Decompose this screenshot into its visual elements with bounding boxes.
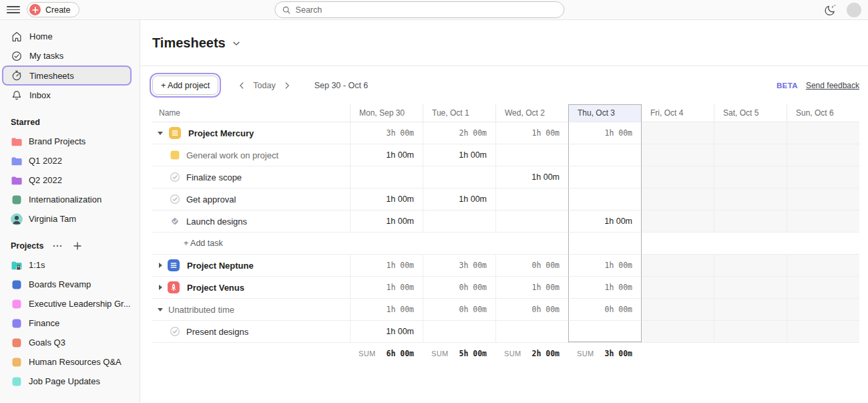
sidebar-item-boards-revamp[interactable]: Boards Revamp xyxy=(0,275,140,294)
add-project-plus-icon[interactable] xyxy=(71,241,83,251)
collapse-chevron-icon[interactable] xyxy=(158,308,163,311)
time-cell[interactable] xyxy=(641,122,714,144)
time-cell[interactable] xyxy=(641,166,714,188)
time-cell[interactable]: 2h 00m xyxy=(423,122,495,144)
expand-chevron-icon[interactable] xyxy=(159,263,162,268)
do-not-disturb-moon-icon[interactable]: z z xyxy=(824,3,837,17)
time-cell[interactable] xyxy=(714,255,787,277)
check-circle-icon[interactable] xyxy=(170,326,180,337)
search-input[interactable] xyxy=(296,5,558,15)
user-avatar[interactable] xyxy=(847,3,861,17)
sidebar-item-q1-2022[interactable]: Q1 2022 xyxy=(0,151,140,170)
time-cell[interactable] xyxy=(787,277,859,299)
time-cell[interactable] xyxy=(787,321,859,343)
time-cell[interactable] xyxy=(787,255,859,277)
time-cell[interactable] xyxy=(714,211,787,233)
time-cell[interactable] xyxy=(641,211,714,233)
time-cell[interactable] xyxy=(423,166,495,188)
sidebar-item-goals-q3[interactable]: Goals Q3 xyxy=(0,333,140,352)
sidebar-item-executive-leadership[interactable]: Executive Leadership Gr... xyxy=(0,294,140,313)
collapse-chevron-icon[interactable] xyxy=(158,132,163,135)
check-circle-icon[interactable] xyxy=(170,172,180,182)
time-cell[interactable] xyxy=(787,144,859,166)
time-cell[interactable] xyxy=(641,277,714,299)
time-cell[interactable] xyxy=(787,166,859,188)
time-cell[interactable]: 1h 00m xyxy=(568,277,641,299)
time-cell[interactable] xyxy=(423,321,495,343)
row-name-cell[interactable]: Get approval xyxy=(152,188,350,211)
sidebar-item-job-page-updates[interactable]: Job Page Updates xyxy=(0,372,140,391)
time-cell[interactable] xyxy=(568,166,641,188)
time-cell[interactable]: 1h 00m xyxy=(350,321,423,343)
time-cell[interactable] xyxy=(568,321,641,343)
check-circle-icon[interactable] xyxy=(170,194,180,205)
row-name-cell[interactable]: Launch designs xyxy=(152,211,350,233)
search-bar[interactable] xyxy=(274,1,564,18)
row-name-cell[interactable]: Project Venus xyxy=(152,277,350,299)
add-task-cell[interactable]: + Add task xyxy=(152,233,350,255)
row-name-cell[interactable]: General work on project xyxy=(152,144,350,166)
time-cell[interactable]: 0h 00m xyxy=(568,299,641,321)
sidebar-item-finance[interactable]: Finance xyxy=(0,313,140,333)
row-name-cell[interactable]: Project Neptune xyxy=(152,255,350,277)
time-cell[interactable]: 1h 00m xyxy=(350,255,423,277)
sidebar-item-internationalization[interactable]: Internationalization xyxy=(0,190,140,209)
time-cell[interactable]: 1h 00m xyxy=(350,188,423,211)
time-cell[interactable] xyxy=(714,277,787,299)
time-cell[interactable]: 1h 00m xyxy=(495,122,568,144)
time-cell[interactable]: 1h 00m xyxy=(495,277,568,299)
time-cell[interactable]: 1h 00m xyxy=(423,188,495,211)
add-task-button[interactable]: + Add task xyxy=(184,239,223,248)
time-cell[interactable] xyxy=(714,321,787,343)
time-cell[interactable] xyxy=(787,211,859,233)
sidebar-item-my-tasks[interactable]: My tasks xyxy=(0,46,140,65)
time-cell[interactable]: 0h 00m xyxy=(423,277,495,299)
time-cell[interactable] xyxy=(787,188,859,211)
row-name-cell[interactable]: Finalize scope xyxy=(152,166,350,188)
time-cell[interactable]: 1h 00m xyxy=(568,122,641,144)
time-cell[interactable]: 3h 00m xyxy=(423,255,495,277)
sidebar-item-home[interactable]: Home xyxy=(0,27,140,46)
time-cell[interactable] xyxy=(787,122,859,144)
time-cell[interactable]: 1h 00m xyxy=(350,299,423,321)
time-cell[interactable] xyxy=(641,299,714,321)
sidebar-item-1-1s[interactable]: 1:1s xyxy=(0,255,140,275)
time-cell[interactable] xyxy=(568,188,641,211)
today-button[interactable]: Today xyxy=(253,81,275,90)
row-name-cell[interactable]: Project Mercury xyxy=(152,122,350,144)
time-cell[interactable]: 0h 00m xyxy=(423,299,495,321)
time-cell[interactable] xyxy=(641,188,714,211)
time-cell[interactable] xyxy=(641,144,714,166)
time-cell[interactable] xyxy=(641,321,714,343)
sidebar-item-brand-projects[interactable]: Brand Projects xyxy=(0,132,140,151)
hamburger-menu-icon[interactable] xyxy=(7,3,20,17)
time-cell[interactable]: 1h 00m xyxy=(568,255,641,277)
time-cell[interactable]: 1h 00m xyxy=(350,144,423,166)
time-cell[interactable]: 0h 00m xyxy=(495,299,568,321)
previous-week-button[interactable] xyxy=(234,78,249,93)
sidebar-item-virginia-tam[interactable]: Virginia Tam xyxy=(0,209,140,229)
send-feedback-link[interactable]: Send feedback xyxy=(806,81,859,90)
add-project-button[interactable]: + Add project xyxy=(152,76,218,95)
time-cell[interactable] xyxy=(495,144,568,166)
time-cell[interactable] xyxy=(495,211,568,233)
time-cell[interactable]: 1h 00m xyxy=(350,277,423,299)
expand-chevron-icon[interactable] xyxy=(159,285,162,290)
time-cell[interactable] xyxy=(641,255,714,277)
time-cell[interactable]: 1h 00m xyxy=(350,211,423,233)
time-cell[interactable] xyxy=(714,166,787,188)
time-cell[interactable] xyxy=(495,188,568,211)
more-icon[interactable] xyxy=(51,241,63,251)
next-week-button[interactable] xyxy=(280,78,294,93)
time-cell[interactable]: 0h 00m xyxy=(495,255,568,277)
time-cell[interactable] xyxy=(350,166,423,188)
time-cell[interactable] xyxy=(714,122,787,144)
time-cell[interactable] xyxy=(423,211,495,233)
milestone-complete-icon[interactable] xyxy=(170,216,180,227)
sidebar-item-q2-2022[interactable]: Q2 2022 xyxy=(0,170,140,190)
time-cell[interactable] xyxy=(495,321,568,343)
time-cell[interactable] xyxy=(714,299,787,321)
time-cell[interactable] xyxy=(568,144,641,166)
time-cell[interactable] xyxy=(714,188,787,211)
row-name-cell[interactable]: Present designs xyxy=(152,321,350,343)
